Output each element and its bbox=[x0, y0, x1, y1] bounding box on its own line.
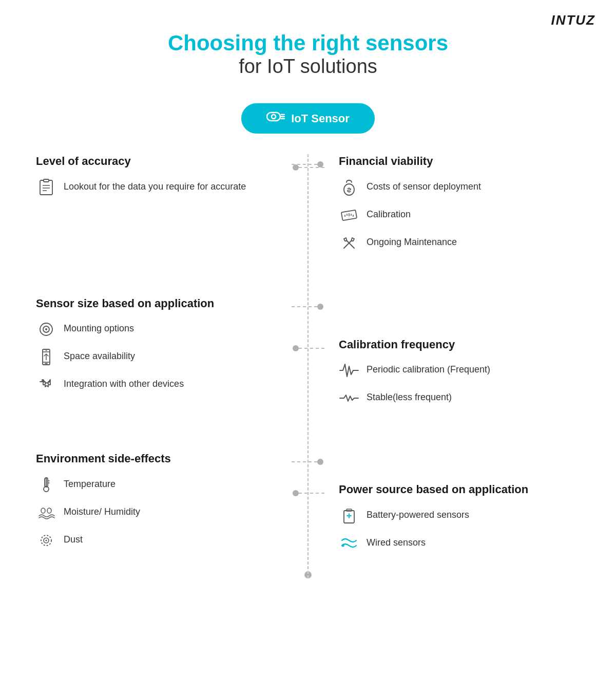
environment-title: Environment side-effects bbox=[36, 452, 277, 466]
header-title-teal: Choosing the right sensors bbox=[0, 31, 616, 55]
svg-rect-37 bbox=[346, 509, 352, 511]
connector-right-1 bbox=[293, 164, 324, 171]
wired-icon bbox=[339, 533, 359, 554]
svg-rect-5 bbox=[40, 180, 52, 195]
svg-point-35 bbox=[46, 539, 47, 541]
financial-item-1: Costs of sensor deployment bbox=[339, 177, 580, 198]
calibration-title: Calibration frequency bbox=[339, 338, 580, 352]
calibration-item-2-text: Stable(less frequent) bbox=[367, 388, 452, 404]
row-1: Level of accuracy Lookout for the data y… bbox=[26, 154, 590, 260]
iot-sensor-icon bbox=[266, 110, 285, 126]
sensor-item-3-text: Integration with other devices bbox=[64, 375, 184, 390]
clipboard-icon bbox=[36, 177, 56, 198]
financial-item-1-text: Costs of sensor deployment bbox=[367, 177, 481, 193]
power-item-1-text: Battery-powered sensors bbox=[367, 505, 469, 521]
level-of-accuracy-section: Level of accuracy Lookout for the data y… bbox=[26, 154, 308, 205]
header: Choosing the right sensors for IoT solut… bbox=[0, 0, 616, 93]
iot-sensor-button: IoT Sensor bbox=[241, 103, 375, 134]
dot bbox=[293, 345, 299, 351]
dash-line bbox=[299, 493, 324, 494]
svg-point-31 bbox=[41, 508, 45, 513]
humidity-icon bbox=[36, 502, 56, 523]
wave-low-icon bbox=[339, 388, 359, 408]
calibration-section: Calibration frequency Periodic calibrati… bbox=[308, 296, 590, 416]
dash-line bbox=[299, 348, 324, 349]
iot-sensor-label: IoT Sensor bbox=[291, 112, 350, 125]
main-content: Level of accuracy Lookout for the data y… bbox=[26, 154, 590, 578]
svg-point-1 bbox=[272, 115, 276, 119]
sensor-size-title: Sensor size based on application bbox=[36, 296, 277, 311]
environment-section: Environment side-effects Temperature bbox=[26, 452, 308, 558]
sensor-item-1-text: Mounting options bbox=[64, 319, 134, 335]
sensor-item-1: Mounting options bbox=[36, 319, 277, 340]
calibration-item-1: Periodic calibration (Frequent) bbox=[339, 360, 580, 381]
dash-line bbox=[299, 167, 324, 168]
row-3: Environment side-effects Temperature bbox=[26, 452, 590, 561]
dot bbox=[293, 490, 299, 496]
financial-item-3-text: Ongoing Maintenance bbox=[367, 233, 457, 249]
financial-item-2: Calibration bbox=[339, 205, 580, 226]
env-item-1: Temperature bbox=[36, 475, 277, 495]
power-source-section: Power source based on application Batter… bbox=[308, 452, 590, 561]
dust-icon bbox=[36, 530, 56, 551]
connector-right-3 bbox=[293, 490, 324, 496]
sensor-item-3: Integration with other devices bbox=[36, 375, 277, 395]
financial-viability-title: Financial viability bbox=[339, 154, 580, 169]
mount-icon bbox=[36, 319, 56, 340]
env-item-2-text: Moisture/ Humidity bbox=[64, 502, 140, 518]
power-item-2-text: Wired sensors bbox=[367, 533, 426, 549]
row-2: Sensor size based on application Mountin… bbox=[26, 296, 590, 416]
calibration-item-2: Stable(less frequent) bbox=[339, 388, 580, 408]
power-item-2: Wired sensors bbox=[339, 533, 580, 554]
calibration-item-1-text: Periodic calibration (Frequent) bbox=[367, 360, 490, 376]
financial-item-3: Ongoing Maintenance bbox=[339, 233, 580, 253]
financial-viability-section: Financial viability Costs of sensor depl… bbox=[308, 154, 590, 260]
svg-rect-6 bbox=[44, 179, 49, 182]
header-title-dark: for IoT solutions bbox=[0, 55, 616, 78]
connector-right-2 bbox=[293, 345, 324, 351]
svg-point-32 bbox=[47, 508, 51, 513]
tools-icon bbox=[339, 233, 359, 253]
svg-point-21 bbox=[45, 328, 47, 330]
sensor-item-2: Space availability bbox=[36, 347, 277, 367]
accuracy-item-1: Lookout for the data you require for acc… bbox=[36, 177, 277, 198]
env-item-3: Dust bbox=[36, 530, 277, 551]
ruler-icon bbox=[339, 205, 359, 226]
thermometer-icon bbox=[36, 475, 56, 495]
financial-item-2-text: Calibration bbox=[367, 205, 411, 221]
puzzle-icon bbox=[36, 375, 56, 395]
logo: INTUZ bbox=[551, 12, 595, 28]
svg-point-10 bbox=[344, 184, 354, 195]
power-item-1: Battery-powered sensors bbox=[339, 505, 580, 526]
svg-point-38 bbox=[342, 544, 344, 547]
env-item-1-text: Temperature bbox=[64, 475, 116, 491]
sensor-item-2-text: Space availability bbox=[64, 347, 135, 363]
env-item-2: Moisture/ Humidity bbox=[36, 502, 277, 523]
env-item-3-text: Dust bbox=[64, 530, 83, 546]
level-of-accuracy-title: Level of accuracy bbox=[36, 154, 277, 169]
accuracy-item-1-text: Lookout for the data you require for acc… bbox=[64, 177, 246, 193]
wave-high-icon bbox=[339, 360, 359, 381]
svg-rect-0 bbox=[267, 113, 280, 121]
battery-icon bbox=[339, 505, 359, 526]
phone-icon bbox=[36, 347, 56, 367]
logo-text: INTUZ bbox=[551, 12, 595, 28]
dot bbox=[293, 164, 299, 171]
money-bag-icon bbox=[339, 177, 359, 198]
sensor-size-section: Sensor size based on application Mountin… bbox=[26, 296, 308, 403]
power-source-title: Power source based on application bbox=[339, 482, 580, 497]
